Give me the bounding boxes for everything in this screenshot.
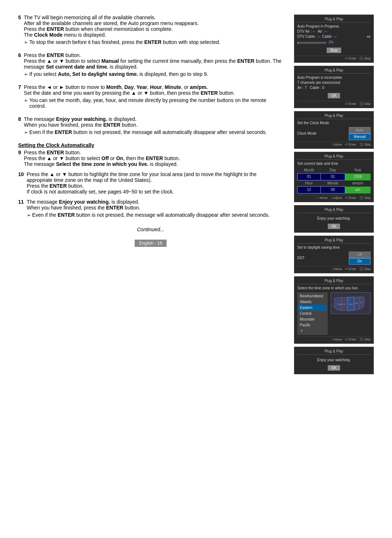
ui-box2-footer: ⏎ Enter ⬛ Skip	[297, 101, 371, 106]
month-header: Month	[298, 167, 321, 174]
skip-label-2: ⬛ Skip	[359, 102, 371, 106]
date-time-table: Month Day Year 01 01 2008 Hour	[297, 167, 371, 193]
ui-box3-title: Plug & Play	[297, 114, 371, 119]
continued-label: Continued...	[18, 227, 283, 232]
tz-pacific: Pacific	[298, 322, 327, 328]
skip-label-4: ⬛ Skip	[359, 196, 371, 200]
day-val: 01	[320, 174, 345, 180]
svg-text:Mt: Mt	[343, 303, 345, 305]
minute-header: Minute	[320, 180, 345, 187]
ui-box-2: Plug & Play Auto Program is incomplete. …	[294, 66, 374, 108]
step9-line2: Press the ▲ or ▼ button to select Off or…	[24, 155, 180, 161]
ui-box1-title: Plug & Play	[297, 17, 371, 23]
ui-box4-title: Plug & Play	[297, 154, 371, 160]
ui-box-1: Plug & Play Auto Program in Progress. DT…	[294, 15, 374, 63]
us-map: Pacific Mt Cntrl East Atl	[331, 292, 371, 314]
ui-box7-footer: ↕ Move ⏎ Enter ⬛ Skip	[297, 337, 371, 341]
ui-box-3: Plug & Play Set the Clock Mode. Clock Mo…	[294, 111, 374, 149]
adjust-label-4: ↕ Adjust	[330, 196, 342, 200]
year-val: 2008	[345, 174, 371, 180]
ui-box2-content: Auto Program is incomplete. 7 channels a…	[297, 75, 371, 99]
ui-box1-content: Auto Program in Progress. DTV Air : – Ai…	[297, 24, 371, 54]
step10-line2: Press the ENTER button.	[27, 183, 283, 189]
ui-boxes-column: Plug & Play Auto Program in Progress. DT…	[294, 15, 374, 374]
svg-text:Cntrl: Cntrl	[349, 303, 352, 305]
ok-button-5[interactable]: OK	[328, 224, 340, 229]
setting-clock-section: Setting the Clock Automatically 9 Press …	[18, 142, 283, 219]
step-7: 7 Press the ◄ or ► button to move to Mon…	[18, 84, 283, 110]
timezone-list: Newfoundland Atlantic Eastern Central Mo…	[297, 292, 328, 335]
ui-box4-content: Set current date and time Month Day Year…	[297, 161, 371, 193]
step7-arrow: ➢ You can set the month, day, year, hour…	[24, 97, 283, 109]
ui-box6-title: Plug & Play	[297, 238, 371, 244]
tz-central: Central	[298, 311, 327, 317]
skip-label-1: ⬛ Skip	[359, 57, 371, 60]
step11-line1: The message Enjoy your watching. is disp…	[27, 199, 270, 205]
step6-line2: Press the ▲ or ▼ button to select Manual…	[24, 58, 283, 70]
page-number-badge: English - 18	[135, 240, 166, 247]
ui-box-6: Plug & Play Set to daylight saving time.…	[294, 236, 374, 273]
step5-line1: The TV will begin memorizing all of the …	[24, 15, 220, 20]
tz-scroll: ▼	[298, 328, 327, 334]
step-num-8: 8	[18, 116, 21, 136]
hour-val: 12	[298, 187, 321, 193]
year-header: Year	[345, 167, 371, 174]
ok-button-2[interactable]: OK	[328, 93, 340, 98]
ui-box-5: Plug & Play Enjoy your watching. OK	[294, 205, 374, 233]
move-label-7: ↕ Move	[331, 338, 342, 341]
skip-label-6: ⬛ Skip	[359, 267, 371, 271]
tz-newfoundland: Newfoundland	[298, 293, 327, 299]
stop-button[interactable]: Stop	[327, 48, 342, 53]
step-9: 9 Press the ENTER button. Press the ▲ or…	[18, 150, 283, 167]
ui-box7-title: Plug & Play	[297, 279, 371, 284]
ui-box8-content: Enjoy your watching. OK	[297, 356, 371, 372]
ui-box-7: Plug & Play Select the time zone in whic…	[294, 276, 374, 344]
move-label-6: ↕ Move	[331, 267, 342, 271]
progress-bar	[297, 42, 326, 44]
ui-box2-title: Plug & Play	[297, 68, 371, 74]
tz-eastern: Eastern	[298, 305, 327, 311]
tz-atlantic: Atlantic	[298, 299, 327, 305]
ui-box7-content: Select the time zone in which you live. …	[297, 286, 371, 335]
ok-button-8[interactable]: OK	[328, 365, 340, 371]
step8-line1: The message Enjoy your watching. is disp…	[24, 116, 267, 122]
step5-line3: Press the ENTER button when channel memo…	[24, 26, 220, 32]
hour-header: Hour	[298, 180, 321, 187]
tz-mountain: Mountain	[298, 317, 327, 322]
enter-label-2: ⏎ Enter	[345, 102, 356, 106]
svg-text:Atl: Atl	[360, 302, 363, 303]
step8-line2: When you have finished, press the ENTER …	[24, 122, 267, 128]
move-label-4: ↔ Move	[315, 196, 328, 200]
enter-label-3: ⏎ Enter	[345, 143, 356, 146]
step7-line2: Set the date and time you want by pressi…	[24, 90, 283, 96]
ui-box5-content: Enjoy your watching. OK	[297, 215, 371, 230]
move-label-3: ↕ Move	[331, 143, 342, 146]
step10-line1: Press the ▲ or ▼ button to highlight the…	[27, 171, 283, 183]
step-5: 5 The TV will begin memorizing all of th…	[18, 15, 283, 46]
ui-box3-footer: ↕ Move ⏎ Enter ⬛ Skip	[297, 142, 371, 146]
enter-label-4: ⏎ Enter	[345, 196, 356, 200]
enter-label-7: ⏎ Enter	[345, 338, 356, 341]
ampm-val: am	[345, 187, 371, 193]
dst-on: On	[349, 258, 371, 265]
step8-arrow: ➢ Even if the ENTER button is not presse…	[24, 129, 267, 135]
progress-bar-fill	[297, 42, 298, 44]
section-title-clock: Setting the Clock Automatically	[18, 142, 283, 148]
ui-box5-title: Plug & Play	[297, 208, 371, 213]
day-header: Day	[320, 167, 345, 174]
step11-arrow: ➢ Even if the ENTER button is not presse…	[27, 212, 270, 218]
step9-line3: The message Select the time zone in whic…	[24, 161, 180, 167]
ui-box1-footer: ⏎ Enter ⬛ Skip	[297, 56, 371, 60]
step6-arrow: ➢ If you select Auto, Set to daylight sa…	[24, 71, 283, 77]
clock-mode-manual: Manual	[349, 134, 371, 140]
step11-line2: When you have finished, press the ENTER …	[27, 205, 270, 211]
step7-line1: Press the ◄ or ► button to move to Month…	[24, 84, 283, 90]
enter-label-1: ⏎ Enter	[345, 57, 356, 60]
ui-box6-content: Set to daylight saving time. DST Off On	[297, 245, 371, 265]
ui-box3-content: Set the Clock Mode. Clock Mode Auto Manu…	[297, 121, 371, 140]
step-11: 11 The message Enjoy your watching. is d…	[18, 199, 283, 219]
svg-text:East: East	[355, 302, 358, 304]
step-num-9: 9	[18, 150, 21, 167]
step-8: 8 The message Enjoy your watching. is di…	[18, 116, 283, 136]
ampm-header: am/pm	[345, 180, 371, 187]
